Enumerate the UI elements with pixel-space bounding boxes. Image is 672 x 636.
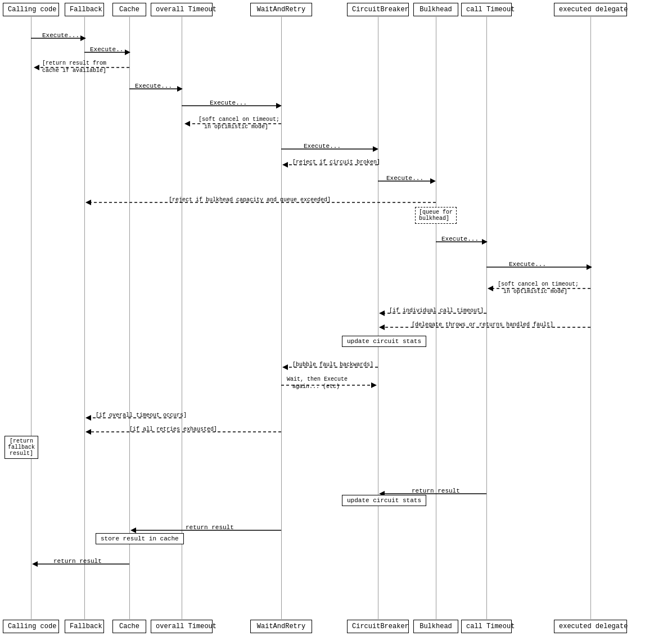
lifeline-box-bulkhead-bottom: Bulkhead [413, 620, 458, 633]
lifeline-line-calling-code [31, 17, 31, 619]
svg-marker-56 [85, 415, 91, 421]
arrow-6: [soft cancel on timeout; in optimistic m… [182, 115, 286, 138]
svg-marker-7 [34, 65, 39, 70]
lifeline-line-fallback [84, 17, 85, 619]
svg-marker-65 [130, 527, 136, 533]
sequence-diagram: Calling code Fallback Cache overall Time… [0, 0, 672, 636]
svg-text:Execute...: Execute... [210, 100, 247, 106]
svg-text:again... (etc): again... (etc) [292, 384, 340, 390]
svg-marker-68 [32, 561, 38, 567]
arrow-17: Wait, then Execute again... (etc) [281, 374, 382, 394]
arrow-11: Execute... [436, 236, 492, 247]
arrow-7: Execute... [281, 143, 382, 155]
svg-text:return result: return result [186, 524, 234, 531]
svg-marker-59 [85, 429, 91, 435]
arrow-16: [bubble fault backwards] [281, 362, 382, 373]
svg-marker-30 [85, 200, 91, 205]
arrow-15: [delegate throws or returns handled faul… [378, 322, 594, 333]
svg-text:Execute...: Execute... [304, 143, 341, 150]
svg-marker-33 [482, 239, 488, 245]
arrow-1: Execute... [31, 33, 87, 44]
arrow-10: [reject if bulkhead capacity and queue e… [84, 197, 439, 208]
svg-marker-49 [282, 364, 288, 370]
svg-marker-14 [276, 103, 282, 109]
arrow-4: Execute... [129, 83, 186, 94]
note-update-circuit-stats-1: update circuit stats [342, 336, 426, 347]
svg-marker-36 [587, 264, 592, 270]
svg-text:[soft cancel on timeout;: [soft cancel on timeout; [199, 116, 279, 123]
lifeline-box-overall-timeout-bottom: overall Timeout [151, 620, 213, 633]
svg-text:[reject if bulkhead capacity a: [reject if bulkhead capacity and queue e… [169, 197, 331, 203]
arrow-5: Execute... [182, 100, 286, 111]
svg-text:[bubble fault backwards]: [bubble fault backwards] [292, 362, 373, 368]
svg-text:Wait, then Execute: Wait, then Execute [287, 376, 348, 382]
svg-text:[delegate throws or returns ha: [delegate throws or returns handled faul… [412, 322, 553, 328]
svg-text:Execute...: Execute... [90, 46, 127, 53]
lifeline-box-executed-delegate-bottom: executed delegate [554, 620, 627, 633]
lifeline-box-circuit-breaker-top: CircuitBreaker [347, 3, 409, 16]
svg-marker-11 [177, 86, 183, 92]
arrow-2: Execute... [84, 47, 135, 58]
arrow-13: [soft cancel on timeout; in optimistic m… [486, 280, 596, 303]
svg-marker-24 [282, 162, 288, 168]
arrow-18: [if overall timeout occurs] [84, 412, 186, 423]
note-queue-for-bulkhead: [queue for bulkhead] [415, 207, 457, 224]
svg-text:in optimistic mode]: in optimistic mode] [204, 124, 268, 130]
svg-marker-27 [430, 178, 436, 184]
svg-marker-43 [379, 310, 385, 316]
lifeline-box-calling-code-top: Calling code [3, 3, 59, 16]
svg-text:[soft cancel on timeout;: [soft cancel on timeout; [498, 281, 579, 287]
svg-text:Execute...: Execute... [441, 236, 479, 242]
svg-marker-39 [488, 286, 493, 291]
svg-marker-46 [379, 324, 385, 330]
lifeline-box-calling-code-bottom: Calling code [3, 620, 59, 633]
note-store-result-in-cache: store result in cache [96, 533, 184, 544]
svg-text:[if overall timeout occurs]: [if overall timeout occurs] [96, 412, 187, 418]
note-update-circuit-stats-2: update circuit stats [342, 495, 426, 506]
lifeline-box-fallback-bottom: Fallback [65, 620, 104, 633]
arrow-8: [reject if circuit broken] [281, 159, 382, 170]
lifeline-box-fallback-top: Fallback [65, 3, 104, 16]
arrow-14: [if individual call timeout] [378, 308, 490, 319]
lifeline-box-cache-top: Cache [112, 3, 146, 16]
svg-text:[return result from: [return result from [42, 60, 106, 66]
svg-text:Execute...: Execute... [509, 261, 546, 268]
lifeline-box-cache-bottom: Cache [112, 620, 146, 633]
arrow-19: [if all retries exhausted] [84, 426, 286, 437]
lifeline-box-wait-and-retry-top: WaitAndRetry [250, 3, 312, 16]
lifeline-box-executed-delegate-top: executed delegate [554, 3, 627, 16]
lifeline-box-call-timeout-bottom: call Timeout [461, 620, 512, 633]
svg-text:[reject if circuit broken]: [reject if circuit broken] [292, 159, 380, 165]
arrow-9: Execute... [378, 175, 440, 187]
svg-text:Execute...: Execute... [386, 175, 423, 182]
note-return-fallback-result: [returnfallbackresult] [4, 436, 38, 459]
svg-text:return result: return result [53, 558, 102, 565]
arrow-22: return result [31, 558, 132, 570]
lifeline-box-overall-timeout-top: overall Timeout [151, 3, 213, 16]
arrow-3: [return result from cache if available] [31, 59, 132, 82]
lifeline-box-call-timeout-top: call Timeout [461, 3, 512, 16]
svg-text:[if all retries exhausted]: [if all retries exhausted] [129, 426, 217, 432]
lifeline-line-executed-delegate [590, 17, 591, 619]
svg-text:Execute...: Execute... [135, 83, 172, 89]
svg-marker-52 [371, 382, 377, 388]
svg-text:[if individual call timeout]: [if individual call timeout] [389, 308, 484, 314]
arrow-12: Execute... [486, 261, 596, 273]
svg-text:Execute...: Execute... [42, 32, 79, 39]
svg-marker-17 [184, 121, 190, 127]
svg-marker-1 [80, 35, 86, 41]
svg-text:cache if available]: cache if available] [42, 67, 106, 74]
svg-marker-21 [373, 146, 378, 152]
lifeline-box-wait-and-retry-bottom: WaitAndRetry [250, 620, 312, 633]
lifeline-box-circuit-breaker-bottom: CircuitBreaker [347, 620, 409, 633]
lifeline-box-bulkhead-top: Bulkhead [413, 3, 458, 16]
svg-text:return result: return result [412, 488, 460, 494]
svg-text:in optimistic mode]: in optimistic mode] [503, 288, 567, 295]
